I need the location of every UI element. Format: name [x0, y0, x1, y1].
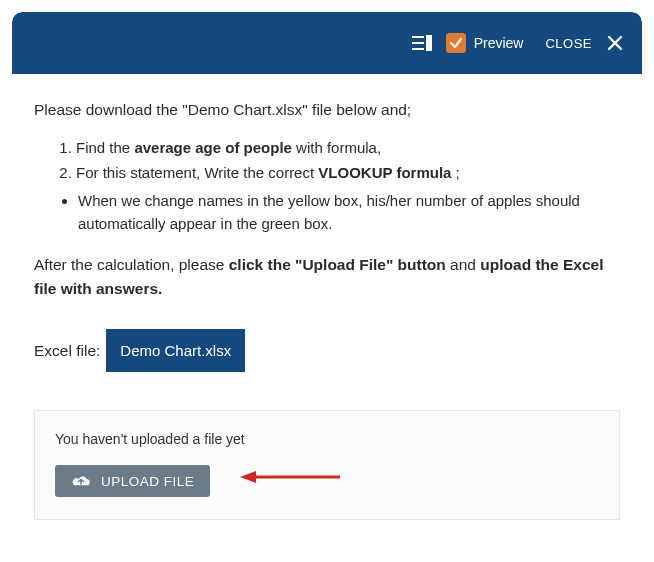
upload-panel: You haven't uploaded a file yet UPLOAD F… — [34, 410, 620, 520]
instruction-list: Find the average age of people with form… — [62, 136, 620, 185]
close-icon[interactable] — [606, 34, 624, 52]
svg-rect-2 — [412, 48, 424, 50]
download-file-button[interactable]: Demo Chart.xlsx — [106, 329, 245, 372]
upload-button-label: UPLOAD FILE — [101, 474, 194, 489]
excel-file-row: Excel file: Demo Chart.xlsx — [34, 329, 620, 372]
intro-text: Please download the "Demo Chart.xlsx" fi… — [34, 98, 620, 122]
dialog-header: Preview CLOSE — [12, 12, 642, 74]
list-icon[interactable] — [412, 35, 432, 51]
dialog-card: Preview CLOSE Please download the "Demo … — [12, 12, 642, 538]
excel-file-label: Excel file: — [34, 339, 100, 363]
after-text: After the calculation, please click the … — [34, 253, 620, 301]
svg-rect-0 — [412, 36, 424, 38]
instruction-substep-list: When we change names in the yellow box, … — [64, 189, 620, 236]
cloud-upload-icon — [71, 473, 91, 489]
svg-rect-1 — [412, 42, 424, 44]
preview-toggle[interactable]: Preview — [446, 33, 524, 53]
dialog-content: Please download the "Demo Chart.xlsx" fi… — [12, 74, 642, 410]
upload-empty-message: You haven't uploaded a file yet — [55, 431, 599, 447]
instruction-step-2: For this statement, Write the correct VL… — [76, 161, 620, 184]
preview-label: Preview — [474, 35, 524, 51]
instruction-substep: When we change names in the yellow box, … — [78, 189, 620, 236]
upload-file-button[interactable]: UPLOAD FILE — [55, 465, 210, 497]
svg-rect-3 — [426, 35, 432, 51]
svg-marker-5 — [240, 471, 256, 483]
checkbox-checked-icon — [446, 33, 466, 53]
close-button[interactable]: CLOSE — [545, 36, 592, 51]
instruction-step-1: Find the average age of people with form… — [76, 136, 620, 159]
pointer-arrow-icon — [240, 467, 340, 487]
